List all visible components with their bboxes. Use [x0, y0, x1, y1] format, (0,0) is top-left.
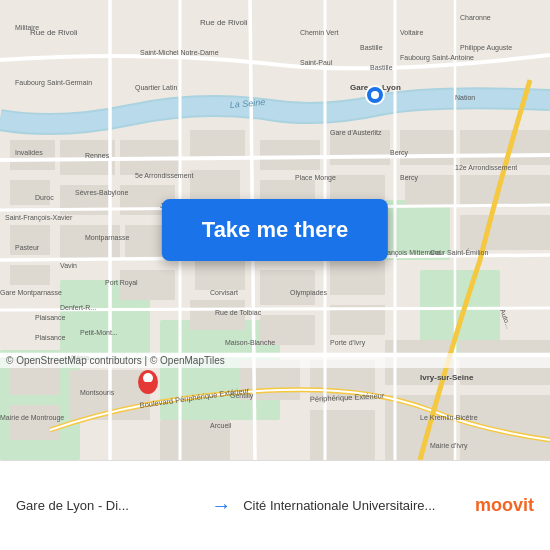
svg-text:Faubourg Saint-Germain: Faubourg Saint-Germain — [15, 79, 92, 87]
moovit-logo: moovit — [475, 495, 534, 516]
svg-rect-33 — [400, 130, 455, 165]
svg-rect-18 — [190, 130, 245, 160]
svg-text:Chemin Vert: Chemin Vert — [300, 29, 339, 36]
svg-text:Duroc: Duroc — [35, 194, 54, 201]
svg-text:Mairie d'Ivry: Mairie d'Ivry — [430, 442, 468, 450]
svg-text:Bercy: Bercy — [400, 174, 418, 182]
svg-text:5e Arrondissement: 5e Arrondissement — [135, 172, 193, 179]
svg-rect-13 — [10, 265, 50, 285]
svg-text:Petit-Mont...: Petit-Mont... — [80, 329, 118, 336]
svg-rect-8 — [10, 180, 50, 205]
map-container: La Seine Rue de Rivoli Rue de Rivoli Inv… — [0, 0, 550, 460]
moovit-logo-text: moovit — [475, 495, 534, 516]
button-overlay: Take me there — [162, 199, 388, 261]
svg-text:Saint-Paul: Saint-Paul — [300, 59, 333, 66]
svg-text:Rue de Rivoli: Rue de Rivoli — [200, 18, 248, 27]
svg-rect-36 — [460, 175, 550, 205]
svg-point-120 — [143, 373, 153, 383]
map-attribution: © OpenStreetMap contributors | © OpenMap… — [0, 353, 550, 368]
svg-point-118 — [371, 91, 379, 99]
svg-text:12e Arrondissement: 12e Arrondissement — [455, 164, 517, 171]
svg-text:Montsouris: Montsouris — [80, 389, 115, 396]
svg-rect-48 — [310, 410, 375, 460]
svg-text:Philippe Auguste: Philippe Auguste — [460, 44, 512, 52]
svg-text:Voltaire: Voltaire — [400, 29, 423, 36]
svg-text:Nation: Nation — [455, 94, 475, 101]
svg-text:Faubourg Saint-Antoine: Faubourg Saint-Antoine — [400, 54, 474, 62]
svg-text:Montparnasse: Montparnasse — [85, 234, 129, 242]
svg-text:Charonne: Charonne — [460, 14, 491, 21]
svg-rect-39 — [10, 405, 60, 440]
svg-text:Place Monge: Place Monge — [295, 174, 336, 182]
route-to-label: Cité Internationale Universitaire... — [243, 498, 463, 513]
svg-rect-37 — [460, 215, 550, 250]
svg-text:Mairie de Montrouge: Mairie de Montrouge — [0, 414, 64, 422]
svg-text:Maison-Blanche: Maison-Blanche — [225, 339, 275, 346]
svg-text:Invalides: Invalides — [15, 149, 43, 156]
route-from-label: Gare de Lyon - Di... — [16, 498, 199, 513]
svg-text:Saint-Michel Notre-Dame: Saint-Michel Notre-Dame — [140, 49, 219, 56]
svg-text:Rennes: Rennes — [85, 152, 110, 159]
svg-text:Pasteur: Pasteur — [15, 244, 40, 251]
svg-text:Port Royal: Port Royal — [105, 279, 138, 287]
svg-text:Quartier Latin: Quartier Latin — [135, 84, 178, 92]
svg-text:Bastille: Bastille — [370, 64, 393, 71]
take-me-there-button[interactable]: Take me there — [162, 199, 388, 261]
svg-text:Vavin: Vavin — [60, 262, 77, 269]
svg-text:Le Kremlin-Bicêtre: Le Kremlin-Bicêtre — [420, 414, 478, 421]
svg-text:Gare d'Austerlitz: Gare d'Austerlitz — [330, 129, 382, 136]
svg-text:Porte d'Ivry: Porte d'Ivry — [330, 339, 366, 347]
svg-text:Rue de Tolbiac: Rue de Tolbiac — [215, 309, 262, 316]
svg-text:Arcueil: Arcueil — [210, 422, 232, 429]
svg-text:Ivry-sur-Seine: Ivry-sur-Seine — [420, 373, 474, 382]
svg-text:Bercy: Bercy — [390, 149, 408, 157]
svg-rect-26 — [260, 270, 315, 305]
svg-text:Plaisance: Plaisance — [35, 334, 65, 341]
svg-text:Denfert-R...: Denfert-R... — [60, 304, 96, 311]
svg-rect-23 — [260, 140, 320, 170]
svg-text:Gare Montparnasse: Gare Montparnasse — [0, 289, 62, 297]
svg-text:Militaire: Militaire — [15, 24, 39, 31]
svg-rect-31 — [330, 260, 385, 295]
svg-text:Bastille: Bastille — [360, 44, 383, 51]
svg-text:Sèvres-Babylone: Sèvres-Babylone — [75, 189, 128, 197]
bottom-bar: Gare de Lyon - Di... → Cité Internationa… — [0, 460, 550, 550]
svg-text:Saint-François-Xavier: Saint-François-Xavier — [5, 214, 73, 222]
svg-rect-46 — [460, 395, 550, 460]
svg-text:Corvisart: Corvisart — [210, 289, 238, 296]
svg-text:Olympiades: Olympiades — [290, 289, 327, 297]
svg-text:Plaisance: Plaisance — [35, 314, 65, 321]
route-arrow-icon: → — [211, 494, 231, 517]
